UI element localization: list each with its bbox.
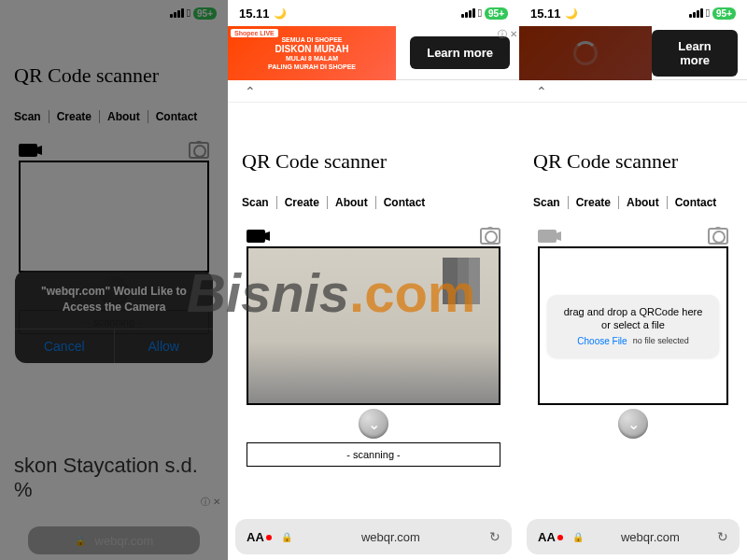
lock-icon: 🔒 bbox=[281, 532, 292, 542]
scan-preview-box[interactable]: drag and drop a QRCode here or select a … bbox=[538, 246, 728, 405]
camera-feed bbox=[248, 248, 499, 403]
signal-icon bbox=[170, 8, 184, 18]
phone-screen-1: 􀙇 95+ QR Code scanner Scan Create About … bbox=[0, 0, 228, 560]
ad-banner[interactable]: Learn more bbox=[519, 26, 747, 80]
page-title: QR Code scanner bbox=[533, 149, 733, 174]
ad-banner[interactable]: Shopee LIVE SEMUA DI SHOPEE DISKON MURAH… bbox=[228, 26, 519, 80]
ad-collapse-bar[interactable]: ⌃ bbox=[228, 80, 519, 103]
status-bar: 15.11🌙 􀙇 95+ bbox=[519, 0, 747, 26]
nav-about[interactable]: About bbox=[328, 196, 376, 209]
shopee-ad-image: Shopee LIVE SEMUA DI SHOPEE DISKON MURAH… bbox=[228, 26, 396, 80]
dialog-message: "webqr.com" Would Like to Access the Cam… bbox=[15, 271, 213, 329]
chevron-down-icon: ⌄ bbox=[368, 415, 380, 433]
time: 15.11 bbox=[239, 7, 270, 21]
wifi-icon: 􀙇 bbox=[706, 7, 710, 20]
nav-contact[interactable]: Contact bbox=[668, 196, 725, 209]
reload-icon[interactable]: ↻ bbox=[717, 529, 728, 544]
nav-about[interactable]: About bbox=[619, 196, 668, 209]
camera-icon[interactable] bbox=[189, 142, 209, 159]
page-title: QR Code scanner bbox=[242, 149, 505, 174]
url-text: webqr.com bbox=[593, 530, 708, 544]
chevron-down-icon: ⌄ bbox=[627, 415, 640, 433]
phone-screen-2: 15.11🌙 􀙇 95+ Shopee LIVE SEMUA DI SHOPEE… bbox=[228, 0, 519, 560]
wifi-icon: 􀙇 bbox=[478, 7, 482, 20]
battery-icon: 95+ bbox=[712, 7, 736, 20]
learn-more-button[interactable]: Learn more bbox=[652, 30, 738, 77]
ad-close-icon[interactable]: ⓘ ✕ bbox=[498, 28, 517, 41]
nav-contact[interactable]: Contact bbox=[376, 196, 433, 209]
nav-create[interactable]: Create bbox=[569, 196, 619, 209]
moon-icon: 🌙 bbox=[274, 7, 287, 20]
scanning-status: - scanning - bbox=[247, 442, 500, 467]
battery-icon: 95+ bbox=[193, 7, 217, 20]
nav-scan[interactable]: Scan bbox=[242, 196, 277, 209]
scan-preview-box bbox=[19, 161, 209, 273]
text-size-button[interactable]: AA bbox=[247, 530, 272, 544]
video-camera-icon[interactable] bbox=[19, 142, 39, 159]
chevron-up-icon: ⌃ bbox=[536, 84, 547, 99]
drop-text-2: or select a file bbox=[555, 319, 712, 330]
text-size-button[interactable]: AA bbox=[538, 530, 563, 544]
nav-menu: Scan Create About Contact bbox=[242, 196, 505, 209]
signal-icon bbox=[461, 8, 475, 18]
nav-create[interactable]: Create bbox=[277, 196, 328, 209]
file-status: no file selected bbox=[633, 336, 689, 345]
nav-contact[interactable]: Contact bbox=[148, 110, 205, 123]
battery-icon: 95+ bbox=[485, 7, 508, 20]
nav-create[interactable]: Create bbox=[49, 110, 100, 123]
expand-down-button[interactable]: ⌄ bbox=[359, 409, 388, 439]
lock-icon: 🔒 bbox=[572, 532, 584, 542]
shopee-badge: Shopee LIVE bbox=[231, 29, 278, 37]
status-bar: 15.11🌙 􀙇 95+ bbox=[228, 0, 519, 26]
safari-address-bar[interactable]: AA 🔒 webqr.com ↻ bbox=[527, 519, 740, 554]
nav-scan[interactable]: Scan bbox=[533, 196, 569, 209]
shopee-ad-image bbox=[519, 26, 652, 80]
nav-menu: Scan Create About Contact bbox=[14, 110, 214, 123]
scan-preview-box bbox=[247, 246, 500, 405]
signal-icon bbox=[689, 8, 703, 18]
video-camera-icon[interactable] bbox=[247, 228, 267, 245]
url-text: webqr.com bbox=[95, 534, 154, 548]
camera-permission-dialog: "webqr.com" Would Like to Access the Cam… bbox=[15, 271, 213, 363]
loading-spinner-icon bbox=[573, 41, 598, 65]
video-camera-icon[interactable] bbox=[538, 228, 558, 245]
drop-text-1: drag and drop a QRCode here bbox=[555, 306, 712, 317]
status-bar: 􀙇 95+ bbox=[0, 0, 228, 26]
moon-icon: 🌙 bbox=[565, 7, 578, 20]
safari-address-bar[interactable]: 🔒 webqr.com bbox=[28, 526, 200, 554]
promo-ad-text[interactable]: skon Staycation s.d. % bbox=[0, 444, 228, 511]
nav-scan[interactable]: Scan bbox=[14, 110, 49, 123]
file-drop-zone[interactable]: drag and drop a QRCode here or select a … bbox=[547, 295, 719, 357]
learn-more-button[interactable]: Learn more bbox=[410, 36, 510, 69]
choose-file-button[interactable]: Choose File bbox=[577, 336, 627, 346]
time: 15.11 bbox=[530, 7, 561, 21]
expand-down-button[interactable]: ⌄ bbox=[618, 409, 648, 439]
lock-icon: 🔒 bbox=[75, 536, 86, 546]
dialog-cancel-button[interactable]: Cancel bbox=[15, 329, 115, 363]
chevron-up-icon: ⌃ bbox=[245, 84, 256, 99]
url-text: webqr.com bbox=[302, 530, 480, 544]
reload-icon[interactable]: ↻ bbox=[489, 529, 500, 544]
ad-info-icon[interactable]: ⓘ ✕ bbox=[201, 496, 220, 509]
safari-address-bar[interactable]: AA 🔒 webqr.com ↻ bbox=[235, 519, 512, 554]
nav-about[interactable]: About bbox=[100, 110, 148, 123]
ad-collapse-bar[interactable]: ⌃ bbox=[519, 80, 747, 103]
dialog-allow-button[interactable]: Allow bbox=[115, 329, 214, 363]
camera-icon[interactable] bbox=[708, 228, 728, 245]
wifi-icon: 􀙇 bbox=[187, 7, 190, 20]
nav-menu: Scan Create About Contact bbox=[533, 196, 733, 209]
page-title: QR Code scanner bbox=[14, 63, 214, 88]
phone-screen-3: 15.11🌙 􀙇 95+ Learn more ⌃ QR Code scanne… bbox=[519, 0, 747, 560]
camera-icon[interactable] bbox=[480, 228, 500, 245]
